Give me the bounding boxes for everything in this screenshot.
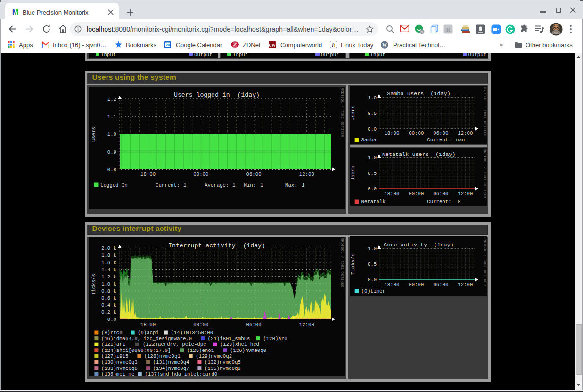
svg-text:(120)ar0: (120)ar0	[263, 336, 287, 342]
svg-text:0.4 k: 0.4 k	[101, 302, 116, 308]
svg-text:06:00: 06:00	[434, 191, 449, 196]
svg-text:(136)mei_me: (136)mei_me	[101, 371, 134, 376]
svg-text:12:00: 12:00	[458, 282, 473, 287]
svg-text:0.5: 0.5	[368, 171, 377, 176]
svg-text:1: 1	[232, 182, 235, 188]
svg-text:00:00: 00:00	[409, 131, 424, 137]
svg-text:0.8: 0.8	[107, 166, 116, 172]
svg-text:Current:: Current:	[156, 182, 180, 188]
svg-text:(125)eno1: (125)eno1	[187, 348, 214, 353]
svg-text:Logged In: Logged In	[100, 182, 128, 188]
svg-text:28: 28	[166, 43, 170, 47]
svg-text:(21)i801_smbus: (21)i801_smbus	[207, 336, 250, 342]
svg-text:0.0: 0.0	[368, 277, 377, 283]
svg-text:Ticks/s: Ticks/s	[350, 253, 356, 275]
svg-text:(0)timer: (0)timer	[361, 288, 386, 294]
svg-text:R: R	[446, 26, 451, 33]
svg-text:0.0: 0.0	[107, 317, 116, 322]
svg-text:(122)aerdrv, pcie-dpc: (122)aerdrv, pcie-dpc	[143, 342, 206, 347]
svg-text:Users: Users	[350, 106, 356, 121]
svg-text:1.6 k: 1.6 k	[101, 260, 116, 266]
svg-text:(16)idma64.0, i2c_designware.0: (16)idma64.0, i2c_designware.0	[101, 336, 191, 342]
svg-text:18:00: 18:00	[385, 191, 400, 196]
svg-text:1.0: 1.0	[368, 95, 377, 101]
svg-text:0: 0	[458, 199, 460, 204]
svg-text:Core activity (1day): Core activity (1day)	[384, 242, 454, 248]
svg-text:06:00: 06:00	[434, 131, 449, 137]
svg-text:1: 1	[302, 182, 304, 188]
svg-text:Samba: Samba	[361, 138, 377, 143]
svg-text:Min:: Min:	[244, 182, 256, 188]
svg-text:0.5: 0.5	[368, 111, 377, 116]
svg-text:Interrupt activity (1day): Interrupt activity (1day)	[168, 242, 265, 249]
svg-text:Max:: Max:	[285, 182, 297, 188]
svg-text:(133)nvme0q6: (133)nvme0q6	[101, 366, 137, 371]
svg-text:12:00: 12:00	[299, 172, 314, 177]
svg-text:W: W	[382, 43, 387, 48]
svg-text:Average:: Average:	[205, 182, 229, 188]
svg-text:00:00: 00:00	[409, 282, 424, 287]
svg-text:0.9: 0.9	[107, 149, 116, 155]
svg-text:0.0: 0.0	[368, 186, 377, 192]
svg-text:0.5: 0.5	[368, 261, 377, 267]
svg-text:0.6 k: 0.6 k	[101, 295, 116, 301]
svg-text:(132)nvme0q5: (132)nvme0q5	[204, 359, 240, 365]
svg-text:1.0: 1.0	[368, 246, 377, 252]
svg-text:1.0 k: 1.0 k	[101, 281, 116, 287]
svg-text:-nan: -nan	[453, 138, 465, 143]
svg-text:1.4 k: 1.4 k	[101, 267, 116, 273]
svg-text:1.0: 1.0	[107, 131, 116, 137]
svg-text:0.0: 0.0	[368, 126, 377, 132]
svg-text:Netatalk users (1day): Netatalk users (1day)	[382, 151, 456, 158]
svg-text:1.0: 1.0	[368, 155, 377, 161]
svg-text:Current:: Current:	[427, 199, 452, 204]
svg-text:RRDTOOL / TOBI OETIKER: RRDTOOL / TOBI OETIKER	[340, 88, 344, 137]
svg-text:00:00: 00:00	[193, 322, 208, 327]
svg-text:RRDTOOL / TOBI OETIKER: RRDTOOL / TOBI OETIKER	[483, 87, 487, 137]
svg-text:(126)nvme0q0: (126)nvme0q0	[230, 348, 266, 353]
svg-text:(131)nvme0q4: (131)nvme0q4	[153, 359, 189, 365]
svg-text:18:00: 18:00	[385, 282, 400, 287]
svg-text:(8)rtc0: (8)rtc0	[101, 330, 122, 335]
svg-text:(134)nvme0q7: (134)nvme0q7	[153, 366, 189, 371]
svg-text:Current:: Current:	[427, 138, 452, 143]
svg-text:Samba users (1day): Samba users (1day)	[387, 90, 451, 97]
svg-text:06:00: 06:00	[246, 322, 261, 327]
svg-text:12:00: 12:00	[458, 131, 473, 137]
svg-text:06:00: 06:00	[434, 282, 449, 287]
svg-text:0.8 k: 0.8 k	[101, 288, 116, 294]
svg-text:1.1: 1.1	[107, 114, 116, 120]
svg-text:(123)xhci_hcd: (123)xhci_hcd	[220, 342, 259, 347]
svg-text:1: 1	[260, 182, 263, 188]
svg-text:12:00: 12:00	[458, 191, 473, 196]
svg-text:(121)ar1: (121)ar1	[101, 342, 125, 347]
svg-text:Netatalk: Netatalk	[361, 199, 386, 204]
svg-text:Users logged in (1day): Users logged in (1day)	[174, 91, 260, 98]
svg-text:1.8 k: 1.8 k	[101, 253, 116, 259]
svg-text:1.2 k: 1.2 k	[101, 274, 116, 280]
svg-text:00:00: 00:00	[409, 191, 424, 196]
svg-text:00:00: 00:00	[193, 172, 208, 177]
svg-text:(127)i915: (127)i915	[101, 354, 128, 359]
svg-text:18:00: 18:00	[140, 322, 156, 327]
svg-text:1: 1	[183, 182, 186, 188]
svg-text:(137)snd_hda_intel:card0: (137)snd_hda_intel:card0	[145, 371, 217, 376]
svg-text:06:00: 06:00	[246, 172, 261, 177]
svg-text:2.0 k: 2.0 k	[101, 245, 116, 251]
svg-text:Users: Users	[350, 166, 356, 181]
svg-text:Users: Users	[90, 127, 96, 142]
svg-text:1.2: 1.2	[107, 96, 116, 102]
svg-text:Ticks/s: Ticks/s	[90, 274, 96, 295]
svg-text:(129)nvme0q2: (129)nvme0q2	[196, 354, 232, 359]
svg-text:18:00: 18:00	[385, 131, 400, 137]
svg-text:(130)nvme0q3: (130)nvme0q3	[101, 359, 137, 365]
svg-text:RRDTOOL / TOBI OETIKER: RRDTOOL / TOBI OETIKER	[483, 237, 487, 286]
svg-text:(135)nvme0q8: (135)nvme0q8	[204, 366, 240, 371]
svg-text:(128)nvme0q1: (128)nvme0q1	[144, 354, 180, 359]
svg-text:RRDTOOL / TOBI OETIKER: RRDTOOL / TOBI OETIKER	[340, 238, 344, 287]
svg-text:(14)INT3450:00: (14)INT3450:00	[171, 330, 213, 335]
svg-text:(9)acpi: (9)acpi	[138, 330, 159, 335]
svg-text:?: ?	[421, 30, 423, 34]
svg-text:RRDTOOL / TOBI OETIKER: RRDTOOL / TOBI OETIKER	[483, 149, 487, 198]
svg-text:12:00: 12:00	[299, 322, 314, 327]
